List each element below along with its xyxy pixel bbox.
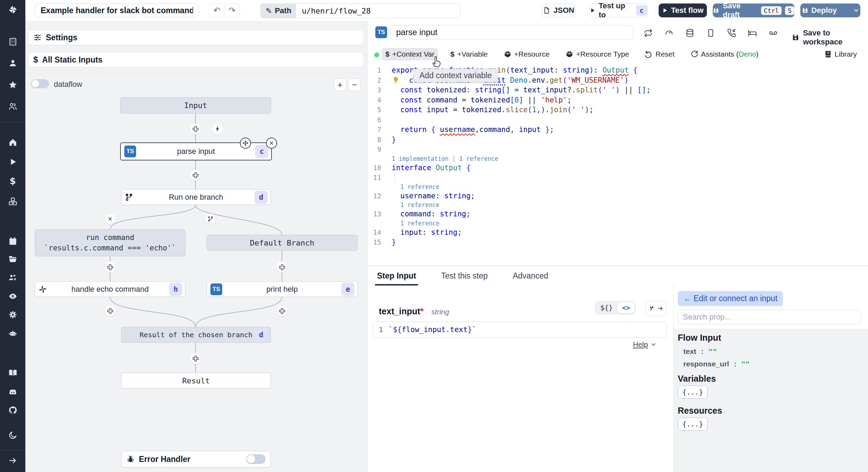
runs-play-icon[interactable] (8, 157, 18, 167)
home-icon[interactable] (8, 138, 18, 147)
codelens-row[interactable]: 1 reference (367, 219, 867, 227)
codelens-link[interactable]: 1 reference (400, 220, 440, 227)
code-mode-button[interactable]: <> (618, 302, 634, 313)
close-icon (269, 140, 274, 146)
save-to-workspace-button[interactable]: Save to workspace (792, 28, 868, 47)
voicemail-icon[interactable] (769, 28, 778, 38)
codelens-row[interactable]: 1 implementation | 1 reference (367, 155, 867, 163)
deploy-menu-button[interactable] (849, 3, 864, 17)
delete-step-button[interactable] (266, 138, 277, 149)
reset-button[interactable]: Reset (642, 48, 678, 60)
codelens-link[interactable]: 1 reference (400, 201, 440, 208)
test-flow-label: Test flow (671, 6, 704, 15)
database-icon[interactable] (685, 28, 694, 38)
resources-object-chip[interactable]: {...} (678, 417, 708, 431)
workspace-icon[interactable] (8, 37, 18, 47)
user-icon[interactable] (8, 58, 18, 68)
template-mode-button[interactable]: ${} (596, 302, 617, 313)
variables-object-chip[interactable]: {...} (678, 386, 708, 399)
flow-node-run-command-branch[interactable]: run command `results.c.command === 'echo… (35, 229, 185, 256)
variables-dollar-icon[interactable]: $ (8, 176, 18, 186)
expression-editor[interactable]: 1 `${flow_input.text}` (373, 322, 667, 338)
remove-branch-button[interactable] (105, 214, 115, 224)
github-icon[interactable] (8, 405, 18, 415)
codelens-row[interactable]: 1 reference (367, 201, 867, 209)
path-control[interactable]: ✎ Path u/henri/flow_28 (260, 3, 461, 18)
test-flow-button[interactable]: Test flow (659, 3, 707, 17)
repeat-icon[interactable] (644, 28, 653, 38)
gauge-icon[interactable] (665, 28, 674, 38)
trigger-button[interactable] (212, 123, 223, 134)
dark-mode-moon-icon[interactable] (8, 430, 18, 440)
add-resource-button[interactable]: +Resource (500, 48, 553, 60)
flow-node-handle-echo-command[interactable]: handle echo command h (35, 281, 185, 297)
save-draft-button[interactable]: Save draft Ctrl S (713, 3, 794, 17)
expand-arrow-icon[interactable] (8, 456, 18, 465)
test-up-to-label: Test up to (599, 1, 633, 19)
move-step-handle[interactable] (240, 138, 251, 149)
add-step-button[interactable] (105, 262, 116, 273)
error-handler-row[interactable]: Error Handler (121, 451, 271, 467)
library-button[interactable]: Library (821, 48, 860, 60)
settings-gear-icon[interactable] (8, 310, 18, 320)
phone-incoming-icon[interactable] (727, 28, 736, 38)
tab-test-this-step[interactable]: Test this step (441, 266, 487, 285)
codelens-link[interactable]: 1 reference (400, 183, 440, 190)
redo-button[interactable]: ↷ (224, 3, 240, 17)
windmill-logo-icon[interactable] (8, 5, 18, 15)
undo-button[interactable]: ↶ (209, 3, 225, 17)
add-step-button[interactable] (105, 305, 116, 316)
add-variable-button[interactable]: $+Variable (447, 48, 491, 60)
docs-book-icon[interactable] (8, 368, 18, 378)
discord-icon[interactable] (8, 387, 18, 397)
bed-icon[interactable] (748, 28, 757, 38)
add-branch-button[interactable] (205, 214, 216, 224)
folders-icon[interactable] (8, 254, 18, 264)
add-resource-type-button[interactable]: +Resource Type (562, 48, 633, 60)
chevron-down-icon (853, 7, 860, 14)
add-step-button[interactable] (190, 123, 201, 134)
flow-node-result[interactable]: Result (121, 373, 271, 389)
add-step-button[interactable] (190, 169, 201, 181)
codelens-link[interactable]: 1 implementation (392, 155, 449, 162)
flow-node-run-one-branch[interactable]: Run one branch d (121, 189, 271, 205)
tab-step-input[interactable]: Step Input (377, 266, 416, 285)
error-handler-toggle[interactable] (246, 454, 266, 464)
workers-icon[interactable] (8, 273, 18, 282)
assistants-button[interactable]: Assistants (Deno) (687, 48, 762, 60)
step-name-input[interactable] (390, 25, 633, 40)
audit-eye-icon[interactable] (8, 291, 18, 301)
deploy-main[interactable]: Deploy (797, 3, 842, 17)
flow-title-input[interactable] (35, 3, 199, 17)
flow-node-branch-result[interactable]: Result of the chosen branch d (121, 327, 271, 343)
prop-row-text[interactable]: text : "" (683, 347, 717, 356)
prop-row-response-url[interactable]: response_url : "" (683, 360, 750, 368)
path-chip[interactable]: ✎ Path (261, 4, 296, 18)
search-prop-input[interactable] (678, 310, 861, 324)
groups-icon[interactable] (8, 101, 18, 111)
path-value[interactable]: u/henri/flow_28 (296, 4, 376, 18)
flow-node-default-branch[interactable]: Default Branch (207, 235, 358, 251)
test-up-to-button[interactable]: Test up to c (590, 3, 648, 17)
deploy-button[interactable]: Deploy (800, 3, 860, 17)
edit-or-connect-button[interactable]: ← Edit or connect an input (678, 291, 783, 306)
flow-node-input[interactable]: Input (120, 97, 271, 114)
help-link[interactable]: Help (633, 340, 657, 349)
add-step-button[interactable] (276, 305, 287, 316)
resources-boxes-icon[interactable] (8, 197, 18, 206)
code-editor[interactable]: 1export async function main(text_input: … (367, 65, 867, 247)
codelens-row[interactable]: 1 reference (367, 183, 867, 191)
connect-input-button[interactable] (645, 301, 666, 316)
ai-robot-icon[interactable] (8, 329, 18, 338)
add-context-var-button[interactable]: $+Context Var (382, 48, 438, 60)
schedules-calendar-icon[interactable] (8, 236, 18, 246)
add-step-button[interactable] (276, 262, 287, 273)
line-number: 1 (373, 325, 389, 334)
codelens-link[interactable]: 1 reference (459, 155, 498, 162)
tab-advanced[interactable]: Advanced (513, 266, 548, 285)
flow-node-print-help[interactable]: TS print help e (207, 281, 358, 297)
favorites-star-icon[interactable] (8, 80, 18, 90)
add-step-button[interactable] (190, 353, 201, 364)
mobile-icon[interactable] (706, 28, 715, 38)
json-button[interactable]: JSON (542, 3, 576, 17)
